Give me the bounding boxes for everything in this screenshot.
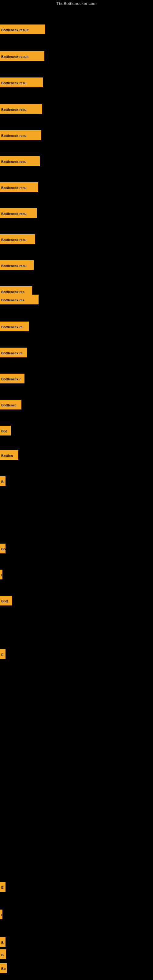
bar-label: Bottleneck resu [0, 208, 37, 218]
bar-row: Bottleneck re [0, 321, 29, 331]
site-title: TheBottlenecker.com [0, 0, 153, 8]
bar-label: Bottleneck resu [0, 260, 33, 270]
bar-label: E [0, 649, 5, 659]
bar-row: Bott [0, 596, 12, 605]
bar-label: B [0, 476, 5, 486]
bar-row: E [0, 649, 5, 659]
bar-label: Bottlenec [0, 400, 21, 409]
bar-label: Bottleneck result [0, 51, 45, 61]
bar-row: B [0, 937, 5, 947]
bar-label: Bottleneck result [0, 24, 45, 34]
bar-row: Bottleneck resu [0, 156, 40, 166]
bar-label: E [0, 882, 5, 892]
bar-row: Bo [0, 963, 7, 973]
bar-label: Bo [0, 544, 5, 554]
bar-row: B [0, 570, 2, 579]
bar-label: Bottlen [0, 450, 18, 460]
bar-label: Bottleneck resu [0, 156, 40, 166]
bar-row: Bo [0, 544, 5, 554]
bar-label: Bott [0, 596, 12, 605]
bar-row: Bottlen [0, 450, 18, 460]
bar-label: Bottleneck resu [0, 130, 41, 140]
bar-row: Bottleneck result [0, 51, 45, 61]
bar-row: Bottleneck resu [0, 260, 33, 270]
bar-label: Bottleneck re [0, 321, 29, 331]
bar-row: Bottleneck resu [0, 208, 37, 218]
bar-row: Bottleneck r [0, 374, 24, 383]
bar-row: B [0, 950, 6, 959]
bar-label: Bottleneck r [0, 374, 24, 383]
bar-label: Bottleneck resu [0, 104, 42, 114]
bar-row: Bottleneck resu [0, 182, 38, 192]
bar-row: Bottleneck resu [0, 234, 35, 244]
bar-label: Bo [0, 963, 7, 973]
bar-label: B [0, 937, 5, 947]
bar-label: Bottleneck resu [0, 78, 43, 87]
bar-row: Bottlenec [0, 400, 21, 409]
bar-row: Bottleneck result [0, 24, 45, 34]
bar-row: Bottleneck resu [0, 104, 42, 114]
bar-label: Bottleneck res [0, 294, 38, 304]
bar-row: E [0, 882, 5, 892]
bar-row: Bottleneck re [0, 348, 27, 357]
bar-label: B [0, 910, 2, 920]
bar-label: B [0, 950, 6, 959]
bar-row: B [0, 910, 2, 920]
bar-row: Bottleneck resu [0, 78, 43, 87]
bar-label: Bottleneck re [0, 348, 27, 357]
bar-row: Bottleneck resu [0, 130, 41, 140]
bar-label: Bot [0, 426, 11, 436]
bar-row: Bot [0, 426, 11, 436]
bar-label: B [0, 570, 2, 579]
bar-row: Bottleneck res [0, 294, 38, 304]
bar-row: B [0, 476, 5, 486]
bar-label: Bottleneck resu [0, 182, 38, 192]
bar-label: Bottleneck resu [0, 234, 35, 244]
